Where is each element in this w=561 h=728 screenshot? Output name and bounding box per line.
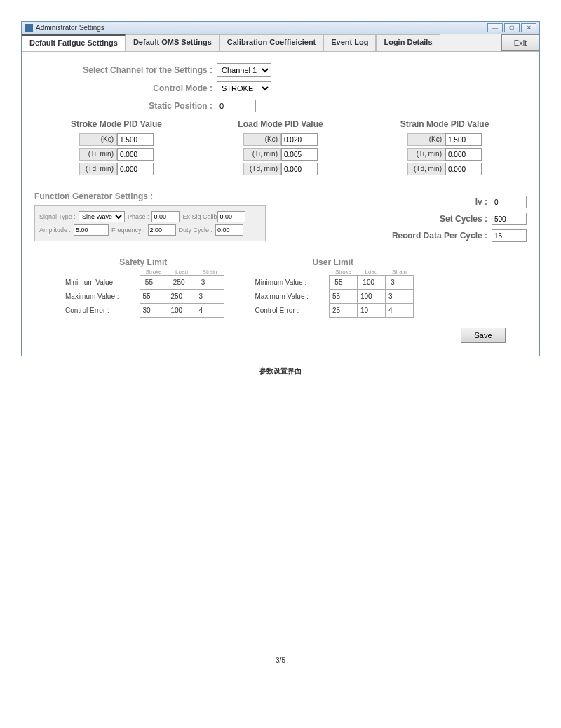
strain-kc-input[interactable] <box>445 133 482 146</box>
phase-label: Phase : <box>128 213 149 220</box>
safety-err-strain[interactable]: 4 <box>196 304 224 318</box>
control-mode-label: Control Mode : <box>34 83 217 93</box>
user-min-load[interactable]: -100 <box>358 276 386 290</box>
safety-err-label: Control Error : <box>62 304 140 318</box>
user-min-label: Minimum Value : <box>252 276 330 290</box>
user-limit-block: User Limit StrokeLoadStrain Minimum Valu… <box>252 257 414 318</box>
safety-min-load[interactable]: -250 <box>168 276 196 290</box>
set-cycles-input[interactable] <box>492 213 527 225</box>
page-number: 3/5 <box>0 656 561 664</box>
amplitude-input[interactable] <box>74 224 109 236</box>
exsig-input[interactable] <box>217 211 245 222</box>
save-button[interactable]: Save <box>461 328 506 343</box>
user-max-label: Maximum Value : <box>252 290 330 304</box>
stroke-ti-label: (Ti, min) <box>79 148 117 161</box>
load-ti-label: (Ti, min) <box>243 148 281 161</box>
safety-min-stroke[interactable]: -55 <box>140 276 168 290</box>
strain-td-input[interactable] <box>445 163 482 175</box>
exsig-label: Ex Sig Calib Coef. <box>182 214 215 220</box>
load-td-input[interactable] <box>281 163 318 175</box>
phase-input[interactable] <box>151 211 180 222</box>
titlebar: Administrator Settings — ▢ ✕ <box>22 22 539 34</box>
stroke-ti-input[interactable] <box>117 148 154 161</box>
window-title: Administrator Settings <box>36 24 104 32</box>
strain-kc-label: (Kc) <box>407 133 445 146</box>
admin-settings-window: Administrator Settings — ▢ ✕ Default Fat… <box>21 21 540 356</box>
static-position-input[interactable] <box>217 100 256 112</box>
stroke-td-label: (Td, min) <box>79 163 117 175</box>
safety-limit-block: Safety Limit StrokeLoadStrain Minimum Va… <box>62 257 224 318</box>
user-limit-title: User Limit <box>252 257 414 267</box>
safety-limit-title: Safety Limit <box>62 257 224 267</box>
tab-login-details[interactable]: Login Details <box>376 34 440 51</box>
right-settings: Iv : Set Cycles : Record Data Per Cycle … <box>392 191 527 246</box>
strain-td-label: (Td, min) <box>407 163 445 175</box>
content-area: Select Channel for the Settings : Channe… <box>22 52 539 356</box>
safety-min-strain[interactable]: -3 <box>196 276 224 290</box>
load-td-label: (Td, min) <box>243 163 281 175</box>
minimize-button[interactable]: — <box>487 23 503 32</box>
strain-pid-col: Strain Mode PID Value (Kc) (Ti, min) (Td… <box>363 119 527 177</box>
control-mode-select[interactable]: STROKE <box>217 81 271 95</box>
tab-default-oms[interactable]: Default OMS Settings <box>126 34 219 51</box>
stroke-kc-label: (Kc) <box>79 133 117 146</box>
page-caption: 参数设置界面 <box>0 366 561 376</box>
duty-cycle-input[interactable] <box>215 224 243 236</box>
user-err-label: Control Error : <box>252 304 330 318</box>
safety-max-stroke[interactable]: 55 <box>140 290 168 304</box>
tab-calibration[interactable]: Calibration Coeffieicient <box>219 34 324 51</box>
frequency-label: Frequency : <box>111 227 145 234</box>
user-min-stroke[interactable]: -55 <box>330 276 358 290</box>
load-kc-label: (Kc) <box>243 133 281 146</box>
duty-cycle-label: Duty Cycle : <box>179 227 213 234</box>
tab-bar: Default Fatigue Settings Default OMS Set… <box>22 34 539 52</box>
channel-select[interactable]: Channel 1 <box>217 63 271 77</box>
close-button[interactable]: ✕ <box>521 23 536 32</box>
user-limit-table: StrokeLoadStrain Minimum Value :-55-100-… <box>252 269 414 318</box>
user-err-strain[interactable]: 4 <box>386 304 414 318</box>
tab-default-fatigue[interactable]: Default Fatigue Settings <box>22 34 126 51</box>
safety-max-load[interactable]: 250 <box>168 290 196 304</box>
user-max-stroke[interactable]: 55 <box>330 290 358 304</box>
iv-label: Iv : <box>475 197 487 207</box>
strain-ti-label: (Ti, min) <box>407 148 445 161</box>
safety-err-load[interactable]: 100 <box>168 304 196 318</box>
frequency-input[interactable] <box>148 224 176 236</box>
strain-pid-title: Strain Mode PID Value <box>363 119 527 129</box>
load-pid-title: Load Mode PID Value <box>198 119 363 129</box>
stroke-kc-input[interactable] <box>117 133 154 146</box>
stroke-pid-col: Stroke Mode PID Value (Kc) (Ti, min) (Td… <box>34 119 198 177</box>
stroke-pid-title: Stroke Mode PID Value <box>34 119 198 129</box>
safety-limit-table: StrokeLoadStrain Minimum Value :-55-250-… <box>62 269 224 318</box>
load-ti-input[interactable] <box>281 148 318 161</box>
fgen-block: Function Generator Settings : Signal Typ… <box>34 191 266 246</box>
user-err-load[interactable]: 10 <box>358 304 386 318</box>
safety-max-strain[interactable]: 3 <box>196 290 224 304</box>
load-kc-input[interactable] <box>281 133 318 146</box>
ucol-stroke: Stroke <box>330 269 358 276</box>
stroke-td-input[interactable] <box>117 163 154 175</box>
col-stroke: Stroke <box>140 269 168 276</box>
col-load: Load <box>168 269 196 276</box>
app-icon <box>25 24 33 32</box>
exit-button[interactable]: Exit <box>501 34 539 51</box>
user-err-stroke[interactable]: 25 <box>330 304 358 318</box>
maximize-button[interactable]: ▢ <box>504 23 520 32</box>
record-data-input[interactable] <box>492 229 527 242</box>
user-min-strain[interactable]: -3 <box>386 276 414 290</box>
safety-min-label: Minimum Value : <box>62 276 140 290</box>
iv-input[interactable] <box>492 196 527 208</box>
amplitude-label: Amplitude : <box>39 227 71 234</box>
ucol-load: Load <box>358 269 386 276</box>
tab-event-log[interactable]: Event Log <box>323 34 376 51</box>
ucol-strain: Strain <box>386 269 414 276</box>
load-pid-col: Load Mode PID Value (Kc) (Ti, min) (Td, … <box>198 119 363 177</box>
user-max-load[interactable]: 100 <box>358 290 386 304</box>
safety-err-stroke[interactable]: 30 <box>140 304 168 318</box>
signal-type-label: Signal Type : <box>39 213 76 220</box>
user-max-strain[interactable]: 3 <box>386 290 414 304</box>
channel-label: Select Channel for the Settings : <box>34 65 217 75</box>
safety-max-label: Maximum Value : <box>62 290 140 304</box>
signal-type-select[interactable]: Sine Wave <box>79 211 125 222</box>
strain-ti-input[interactable] <box>445 148 482 161</box>
